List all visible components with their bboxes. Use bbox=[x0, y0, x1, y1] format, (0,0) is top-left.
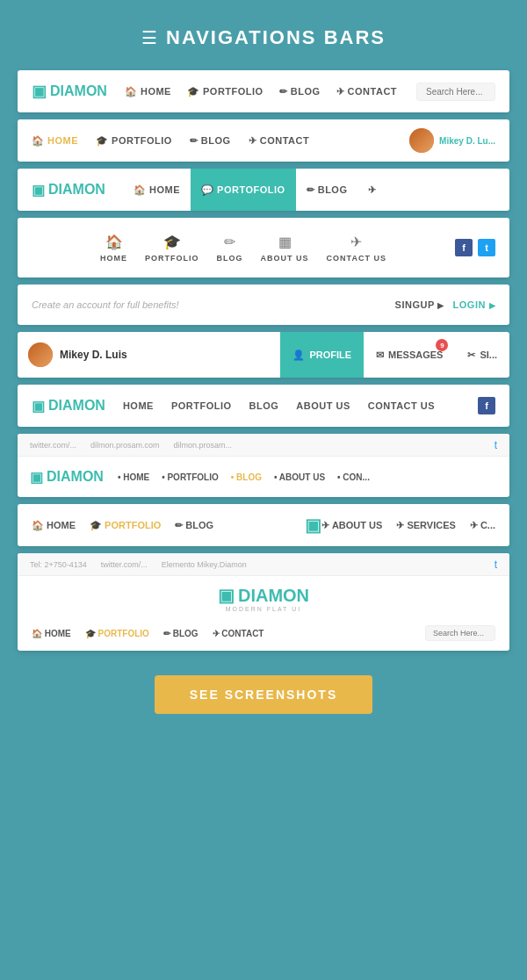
tagline-10: MODERN FLAT UI bbox=[218, 606, 309, 612]
login-link-5[interactable]: LOGIN ▶ bbox=[453, 299, 495, 310]
nav-links-3: 🏠 HOME 💬 PORTOFOLIO ✏ BLOG ✈ bbox=[123, 169, 509, 211]
cta-section: SEE SCREENSHOTS bbox=[18, 675, 509, 714]
contact-label-4: CONTACT US bbox=[327, 254, 386, 263]
home-label-4: HOME bbox=[100, 254, 127, 263]
navbar-6: Mikey D. Luis 👤 PROFILE ✉ MESSAGES 9 ✂ S… bbox=[18, 332, 509, 378]
logo-8: ▣ DIAMON bbox=[30, 469, 104, 486]
logo-7: ▣ DIAMON bbox=[32, 398, 105, 414]
navbar-7: ▣ DIAMON HOME PORTFOLIO BLOG ABOUT US CO… bbox=[18, 385, 509, 427]
navbar-8: twitter.com/... dilmon.prosam.com dilmon… bbox=[18, 434, 509, 497]
user-name-6: Mikey D. Luis bbox=[60, 349, 127, 361]
nav-blog-7[interactable]: BLOG bbox=[249, 400, 279, 411]
logo-text-10: DIAMON bbox=[238, 586, 309, 606]
logo-text-8: DIAMON bbox=[47, 469, 104, 485]
nav-item-home-4[interactable]: 🏠 HOME bbox=[100, 234, 127, 263]
tab-extra-6[interactable]: ✂ SI... bbox=[455, 332, 509, 378]
nav-portfolio-8[interactable]: • PORTFOLIO bbox=[162, 472, 219, 482]
twitter-top-8[interactable]: t bbox=[495, 439, 497, 451]
navbar-3: ▣ DIAMON 🏠 HOME 💬 PORTOFOLIO ✏ BLOG ✈ bbox=[18, 169, 509, 211]
nav-link-blog-3[interactable]: ✏ BLOG bbox=[296, 169, 358, 211]
nav-services-9[interactable]: ✈ SERVICES bbox=[396, 520, 456, 531]
nav-contact-8[interactable]: • CON... bbox=[337, 472, 370, 482]
nav-portfolio-10[interactable]: 🎓 PORTFOLIO bbox=[85, 629, 149, 638]
nav-blog-8[interactable]: • BLOG bbox=[231, 472, 262, 482]
bottom-nav-10: 🏠 HOME 🎓 PORTFOLIO ✏ BLOG ✈ CONTACT bbox=[18, 616, 509, 651]
blog-label-4: BLOG bbox=[217, 254, 243, 263]
facebook-icon-7[interactable]: f bbox=[478, 397, 495, 414]
nav-link-contact-1[interactable]: ✈ CONTACT bbox=[336, 86, 398, 97]
twitter-top-10[interactable]: t bbox=[495, 558, 497, 571]
navbar-4: 🏠 HOME 🎓 PORTFOLIO ✏ BLOG ▦ ABOUT US bbox=[18, 218, 509, 277]
logo-text-7: DIAMON bbox=[48, 398, 105, 414]
avatar-6 bbox=[28, 342, 53, 367]
about-icon-4: ▦ bbox=[278, 234, 292, 250]
nav-portfolio-9[interactable]: 🎓 PORTFOLIO bbox=[90, 520, 161, 531]
tab-profile-6[interactable]: 👤 PROFILE bbox=[280, 332, 364, 378]
nav-item-about-4[interactable]: ▦ ABOUT US bbox=[261, 234, 309, 263]
logo-icon-10: ▣ bbox=[218, 585, 235, 606]
right-nav-9: ✈ ABOUT US ✈ SERVICES ✈ C... bbox=[321, 520, 495, 531]
user-area-6: Mikey D. Luis bbox=[28, 342, 280, 367]
search-input-1[interactable] bbox=[416, 83, 495, 101]
nav-item-contact-4[interactable]: ✈ CONTACT US bbox=[327, 234, 386, 263]
tab-messages-6[interactable]: ✉ MESSAGES 9 bbox=[364, 332, 455, 378]
nav-about-8[interactable]: • ABOUT US bbox=[274, 472, 325, 482]
top-links-10: Tel: 2+750-4134 twitter.com/... Elemento… bbox=[30, 560, 247, 569]
about-label-4: ABOUT US bbox=[261, 254, 309, 263]
logo-icon-3: ▣ bbox=[32, 182, 45, 198]
home-icon-4: 🏠 bbox=[105, 234, 123, 250]
nav-item-portfolio-4[interactable]: 🎓 PORTFOLIO bbox=[145, 234, 199, 263]
nav-home-9[interactable]: 🏠 HOME bbox=[32, 520, 76, 531]
nav-contact-7[interactable]: CONTACT US bbox=[368, 400, 435, 411]
navbar-5: Create an account for full benefits! SIN… bbox=[18, 285, 509, 325]
nav-home-10[interactable]: 🏠 HOME bbox=[32, 629, 71, 638]
nav-links-7: HOME PORTFOLIO BLOG ABOUT US CONTACT US bbox=[123, 400, 478, 411]
promo-text-5: Create an account for full benefits! bbox=[32, 299, 395, 310]
logo-icon-1: ▣ bbox=[32, 82, 47, 101]
navbar-10: Tel: 2+750-4134 twitter.com/... Elemento… bbox=[18, 553, 509, 651]
nav-links-8: • HOME • PORTFOLIO • BLOG • ABOUT US • C… bbox=[118, 472, 370, 482]
page-header: ☰ NAVIGATIONS BARS bbox=[18, 26, 509, 49]
auth-links-5: SINGUP ▶ LOGIN ▶ bbox=[395, 299, 495, 310]
nav-link-blog-2[interactable]: ✏ BLOG bbox=[190, 135, 231, 147]
avatar-2 bbox=[409, 128, 434, 153]
top-link-2-8: dilmon.prosam.com bbox=[90, 441, 160, 450]
nav-link-portfolio-3[interactable]: 💬 PORTOFOLIO bbox=[191, 169, 296, 211]
nav-link-portfolio-1[interactable]: 🎓 PORTFOLIO bbox=[187, 86, 264, 97]
nav-about-7[interactable]: ABOUT US bbox=[296, 400, 350, 411]
nav-blog-9[interactable]: ✏ BLOG bbox=[175, 520, 213, 531]
nav-about-9[interactable]: ✈ ABOUT US bbox=[321, 520, 382, 531]
nav-home-8[interactable]: • HOME bbox=[118, 472, 149, 482]
cta-button[interactable]: SEE SCREENSHOTS bbox=[155, 675, 372, 714]
navbar-9: 🏠 HOME 🎓 PORTFOLIO ✏ BLOG ▣ ✈ ABOUT US ✈… bbox=[18, 504, 509, 546]
search-input-10[interactable] bbox=[425, 625, 495, 641]
facebook-icon-4[interactable]: f bbox=[455, 239, 473, 256]
nav-portfolio-7[interactable]: PORTFOLIO bbox=[171, 400, 232, 411]
nav-blog-10[interactable]: ✏ BLOG bbox=[163, 629, 199, 638]
nav-link-more-3[interactable]: ✈ bbox=[357, 169, 387, 211]
top-bar-10: Tel: 2+750-4134 twitter.com/... Elemento… bbox=[18, 553, 509, 576]
nav-item-blog-4[interactable]: ✏ BLOG bbox=[217, 234, 243, 263]
nav-links-10: 🏠 HOME 🎓 PORTFOLIO ✏ BLOG ✈ CONTACT bbox=[32, 629, 425, 638]
logo-text-1: DIAMON bbox=[50, 83, 107, 99]
logo-text-3: DIAMON bbox=[48, 182, 105, 198]
page-title: NAVIGATIONS BARS bbox=[166, 26, 386, 49]
top-link-3-8: dilmon.prosam... bbox=[174, 441, 233, 450]
nav-contact-10[interactable]: ✈ CONTACT bbox=[213, 629, 264, 638]
menu-icon: ☰ bbox=[141, 27, 157, 48]
nav-extra-9[interactable]: ✈ C... bbox=[470, 520, 495, 531]
nav-link-home-3[interactable]: 🏠 HOME bbox=[123, 169, 191, 211]
nav-link-home-1[interactable]: 🏠 HOME bbox=[125, 86, 171, 97]
nav-home-7[interactable]: HOME bbox=[123, 400, 154, 411]
nav-link-home-2[interactable]: 🏠 HOME bbox=[32, 135, 78, 147]
portfolio-label-4: PORTFOLIO bbox=[145, 254, 199, 263]
twitter-icon-4[interactable]: t bbox=[478, 239, 495, 256]
nav-link-portfolio-2[interactable]: 🎓 PORTFOLIO bbox=[96, 135, 172, 147]
nav-link-blog-1[interactable]: ✏ BLOG bbox=[279, 86, 321, 97]
logo-icon-8: ▣ bbox=[30, 469, 43, 486]
nav-link-contact-2[interactable]: ✈ CONTACT bbox=[249, 135, 310, 147]
contact-icon-4: ✈ bbox=[350, 234, 362, 250]
nav-links-1: 🏠 HOME 🎓 PORTFOLIO ✏ BLOG ✈ CONTACT bbox=[125, 86, 416, 97]
left-nav-9: 🏠 HOME 🎓 PORTFOLIO ✏ BLOG bbox=[32, 520, 305, 531]
signup-link-5[interactable]: SINGUP ▶ bbox=[395, 299, 444, 310]
